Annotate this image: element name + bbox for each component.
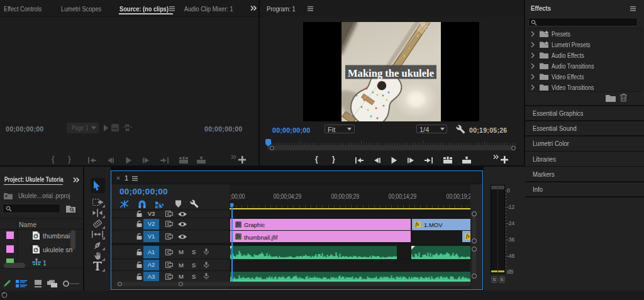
- svg-text:Making the ukulele: Making the ukulele: [348, 68, 434, 79]
